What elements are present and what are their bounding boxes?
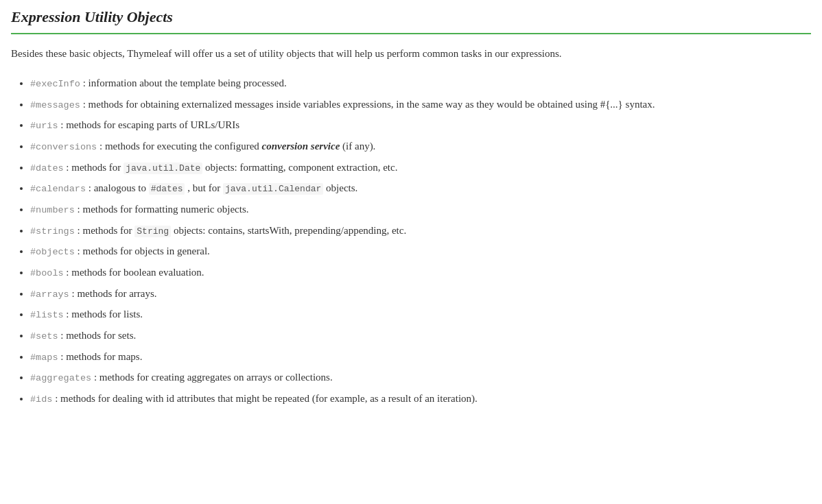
intro-text: Besides these basic objects, Thymeleaf w… [11,45,811,62]
item-text: : methods for escaping parts of URLs/URI… [58,119,240,130]
item-code: #maps [30,352,58,363]
list-item: #sets : methods for sets. [30,326,811,345]
list-item: #strings : methods for String objects: c… [30,221,811,240]
list-item: #maps : methods for maps. [30,348,811,366]
item-mono: String [134,226,171,237]
item-text: : methods for dealing with id attributes… [52,393,477,404]
list-item: #dates : methods for java.util.Date obje… [30,158,811,177]
item-code: #dates [30,163,64,173]
item-text: : methods for executing the configured [97,141,261,152]
item-italic: conversion service [262,141,340,152]
item-code: #sets [30,331,58,341]
item-text: : analogous to [86,182,149,193]
item-code: #uris [30,121,58,131]
item-text: : information about the template being p… [80,77,287,88]
item-code: #calendars [30,184,86,194]
item-code: #numbers [30,205,75,215]
list-item: #numbers : methods for formatting numeri… [30,200,811,219]
item-text: : methods for [64,162,124,173]
item-text: : methods for obtaining externalized mes… [80,99,655,110]
item-text: : methods for formatting numeric objects… [75,204,249,215]
list-item: #lists : methods for lists. [30,305,811,324]
item-text-mid: , but for [185,182,222,193]
item-text: : methods for creating aggregates on arr… [91,372,333,383]
list-item: #uris : methods for escaping parts of UR… [30,116,811,134]
item-text: : methods for lists. [64,309,143,320]
item-text2: objects: formatting, component extractio… [202,162,397,173]
list-item: #execInfo : information about the templa… [30,74,811,93]
list-item: #ids : methods for dealing with id attri… [30,389,811,408]
list-item: #calendars : analogous to #dates , but f… [30,179,811,197]
item-text2: objects. [323,182,357,193]
item-text: : methods for sets. [58,330,137,341]
item-mono1: #dates [149,183,185,195]
item-text: : methods for maps. [58,351,143,362]
item-text: : methods for [75,225,135,236]
item-code: #conversions [30,142,97,152]
item-text: : methods for objects in general. [75,245,210,256]
item-code: #aggregates [30,373,91,383]
item-text2: objects: contains, startsWith, prependin… [171,225,406,236]
item-code: #strings [30,226,75,237]
item-code: #lists [30,310,64,320]
list-item: #messages : methods for obtaining extern… [30,95,811,114]
item-code: #objects [30,247,75,257]
item-text: : methods for boolean evaluation. [64,267,204,278]
item-mono: java.util.Date [124,163,202,174]
item-text2: (if any). [340,141,375,152]
item-code: #messages [30,100,80,110]
page-title: Expression Utility Objects [11,8,811,34]
item-text: : methods for arrays. [69,288,157,299]
item-code: #ids [30,394,52,405]
list-item: #objects : methods for objects in genera… [30,242,811,261]
list-item: #arrays : methods for arrays. [30,285,811,303]
list-item: #aggregates : methods for creating aggre… [30,368,811,387]
page-container: Expression Utility Objects Besides these… [0,0,822,427]
list-item: #bools : methods for boolean evaluation. [30,263,811,282]
item-mono2: java.util.Calendar [223,183,323,195]
item-code: #arrays [30,289,69,300]
items-list: #execInfo : information about the templa… [11,74,811,407]
list-item: #conversions : methods for executing the… [30,137,811,156]
item-code: #bools [30,268,64,278]
item-code: #execInfo [30,79,80,89]
